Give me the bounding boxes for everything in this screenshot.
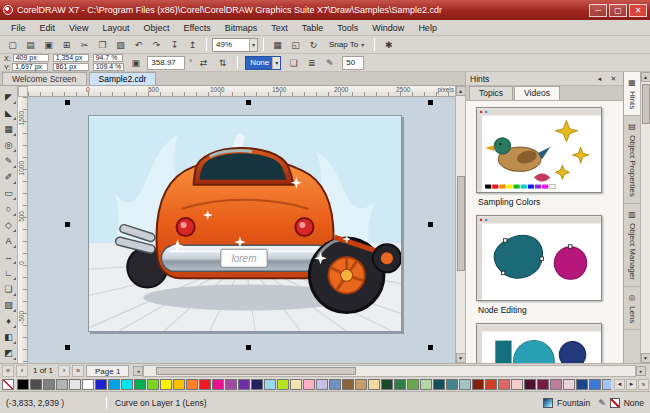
options-icon[interactable]: ✱	[380, 37, 397, 52]
minimize-button[interactable]: ─	[589, 4, 607, 17]
selection-handle[interactable]	[246, 100, 251, 105]
menu-bitmaps[interactable]: Bitmaps	[218, 21, 265, 35]
selection-handle[interactable]	[65, 345, 70, 350]
y-position-field[interactable]: 1,697 px	[12, 63, 48, 71]
open-icon[interactable]: ▤	[22, 37, 39, 52]
color-swatch[interactable]	[342, 379, 354, 390]
object-width-field[interactable]: 1,354 px	[53, 54, 89, 62]
menu-file[interactable]: File	[4, 21, 33, 35]
color-swatch[interactable]	[69, 379, 81, 390]
color-swatch[interactable]	[251, 379, 263, 390]
to-front-icon[interactable]: ❏	[285, 55, 302, 70]
vertical-scroll-thumb[interactable]	[457, 176, 465, 271]
color-swatch[interactable]	[238, 379, 250, 390]
palette-expand[interactable]: »	[638, 379, 649, 390]
menu-tools[interactable]: Tools	[330, 21, 365, 35]
docker-scrollbar[interactable]: ▲ ▼	[640, 72, 650, 363]
color-swatch[interactable]	[199, 379, 211, 390]
menu-layout[interactable]: Layout	[95, 21, 136, 35]
menu-edit[interactable]: Edit	[33, 21, 63, 35]
color-swatch[interactable]	[537, 379, 549, 390]
interactive-fill-tool[interactable]: ◧	[0, 329, 17, 345]
scroll-up-arrow[interactable]: ▲	[641, 72, 650, 82]
color-swatch[interactable]	[485, 379, 497, 390]
no-color-swatch[interactable]	[2, 379, 14, 390]
artistic-media-tool[interactable]: ✐	[0, 169, 17, 185]
color-swatch[interactable]	[121, 379, 133, 390]
color-swatch[interactable]	[329, 379, 341, 390]
import-icon[interactable]: ↧	[166, 37, 183, 52]
selection-handle[interactable]	[428, 100, 433, 105]
color-swatch[interactable]	[290, 379, 302, 390]
docker-flyout-button[interactable]: ◂	[594, 75, 605, 83]
docker-tab-object-manager[interactable]: ▥Object Manager	[624, 204, 640, 287]
outline-width-combo[interactable]: None ▾	[245, 56, 281, 70]
save-icon[interactable]: ▣	[40, 37, 57, 52]
color-swatch[interactable]	[17, 379, 29, 390]
chevron-down-icon[interactable]: ▾	[249, 39, 257, 51]
menu-effects[interactable]: Effects	[176, 21, 217, 35]
lock-ratio-icon[interactable]: ▣	[128, 56, 143, 70]
color-swatch[interactable]	[420, 379, 432, 390]
scale-h-field[interactable]: 94.7 %	[93, 54, 123, 62]
color-swatch[interactable]	[147, 379, 159, 390]
scale-v-field[interactable]: 109.4 %	[93, 63, 125, 71]
horizontal-scroll-thumb[interactable]	[156, 367, 356, 375]
color-swatch[interactable]	[82, 379, 94, 390]
color-swatch[interactable]	[160, 379, 172, 390]
scroll-down-arrow[interactable]: ▼	[641, 353, 650, 363]
selection-handle[interactable]	[428, 222, 433, 227]
export-icon[interactable]: ↥	[184, 37, 201, 52]
color-swatch[interactable]	[602, 379, 611, 390]
tab-sample2[interactable]: Sample2.cdr	[89, 72, 157, 85]
horizontal-scrollbar[interactable]: ◂ ▸	[133, 365, 646, 377]
scroll-down-arrow[interactable]: ▼	[456, 353, 466, 363]
video-thumbnail-partial[interactable]	[476, 323, 602, 363]
ellipse-tool[interactable]: ○	[0, 201, 17, 217]
selection-handle[interactable]	[246, 345, 251, 350]
color-swatch[interactable]	[459, 379, 471, 390]
video-thumbnail-node-editing[interactable]	[476, 215, 602, 301]
last-page-button[interactable]: »	[72, 365, 84, 377]
menu-text[interactable]: Text	[264, 21, 295, 35]
scroll-up-arrow[interactable]: ▲	[456, 86, 466, 96]
copy-icon[interactable]: ❐	[94, 37, 111, 52]
color-swatch[interactable]	[173, 379, 185, 390]
menu-view[interactable]: View	[62, 21, 95, 35]
document-page[interactable]: lorem	[88, 115, 402, 332]
color-swatch[interactable]	[303, 379, 315, 390]
selection-handle[interactable]	[428, 345, 433, 350]
scroll-left-arrow[interactable]: ◂	[133, 366, 143, 376]
connector-tool[interactable]: ∟	[0, 265, 17, 281]
color-swatch[interactable]	[108, 379, 120, 390]
palette-scroll-right[interactable]: ▸	[626, 379, 637, 390]
parallel-dimension-tool[interactable]: ↔	[0, 249, 17, 265]
selection-handle[interactable]	[65, 100, 70, 105]
menu-object[interactable]: Object	[136, 21, 176, 35]
color-swatch[interactable]	[433, 379, 445, 390]
color-swatch[interactable]	[589, 379, 601, 390]
color-swatch[interactable]	[225, 379, 237, 390]
maximize-button[interactable]: ▢	[609, 4, 627, 17]
wrap-paragraph-text-icon[interactable]: ≣	[303, 55, 320, 70]
horizontal-scroll-track[interactable]	[143, 365, 636, 377]
palette-scroll-left[interactable]: ◂	[614, 379, 625, 390]
color-swatch[interactable]	[264, 379, 276, 390]
drawing-canvas[interactable]: lorem	[28, 97, 455, 363]
video-thumbnail-sampling-colors[interactable]	[476, 107, 602, 193]
selection-handle[interactable]	[65, 222, 70, 227]
ruler-h[interactable]: pixels 05001000150020002500	[28, 86, 455, 97]
scroll-right-arrow[interactable]: ▸	[636, 366, 646, 376]
view-refresh-icon[interactable]: ↻	[305, 37, 322, 52]
color-swatch[interactable]	[277, 379, 289, 390]
print-icon[interactable]: ⊞	[58, 37, 75, 52]
color-swatch[interactable]	[446, 379, 458, 390]
color-swatch[interactable]	[95, 379, 107, 390]
previous-page-button[interactable]: ‹	[16, 365, 28, 377]
docker-tab-hints[interactable]: ▦Hints	[624, 72, 640, 116]
cut-icon[interactable]: ✂	[76, 37, 93, 52]
color-swatch[interactable]	[355, 379, 367, 390]
color-swatch[interactable]	[134, 379, 146, 390]
new-document-icon[interactable]: ▢	[4, 37, 21, 52]
color-swatch[interactable]	[498, 379, 510, 390]
